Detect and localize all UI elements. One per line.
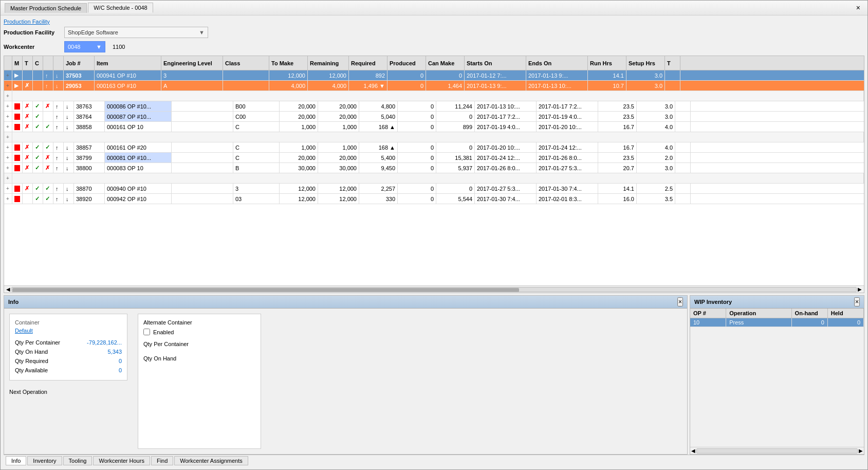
col-produced[interactable]: Produced	[387, 56, 426, 70]
cell-down[interactable]: ↓	[64, 153, 74, 162]
tab-master-production[interactable]: Master Production Schedule	[5, 3, 87, 13]
breadcrumb[interactable]: Production Facility	[4, 19, 864, 25]
bottom-tabs: Info Inventory Tooling Workcenter Hours …	[4, 455, 864, 466]
wip-scrollbar-track[interactable]	[696, 448, 858, 454]
tab-find[interactable]: Find	[151, 456, 173, 465]
cell-down[interactable]: ↓	[64, 122, 74, 132]
col-remaining[interactable]: Remaining	[308, 56, 349, 70]
wip-col-operation[interactable]: Operation	[726, 309, 791, 318]
wip-col-op[interactable]: OP #	[690, 309, 726, 318]
col-t-extra[interactable]: T	[665, 56, 680, 70]
table-row[interactable]: + ✗ ✓ ✓ ↑ ↓ 38870 000940 OP #10 3 12,000…	[4, 184, 864, 194]
expand-icon[interactable]: +	[4, 184, 12, 193]
tab-inventory[interactable]: Inventory	[27, 456, 62, 465]
col-starts-on[interactable]: Starts On	[465, 56, 526, 70]
table-row[interactable]: +	[4, 91, 864, 101]
wip-panel-close[interactable]: ×	[854, 297, 860, 306]
col-run-hrs[interactable]: Run Hrs	[588, 56, 626, 70]
cell-up[interactable]: ↑	[53, 194, 64, 204]
tab-workcenter-assignments[interactable]: Workcenter Assignments	[174, 456, 248, 465]
wip-col-onhand[interactable]: On-hand	[792, 309, 828, 318]
enabled-checkbox[interactable]	[143, 329, 150, 335]
expand-icon[interactable]: +	[4, 142, 12, 152]
col-m[interactable]: M	[12, 56, 23, 70]
cell-up[interactable]: ↑	[53, 153, 64, 162]
expand-icon[interactable]: +	[4, 132, 12, 142]
table-row[interactable]: +	[4, 132, 864, 142]
cell-down[interactable]: ↓	[64, 163, 74, 173]
col-can-make[interactable]: Can Make	[426, 56, 465, 70]
expand-icon[interactable]: +	[4, 101, 12, 111]
col-required[interactable]: Required	[349, 56, 387, 70]
col-job[interactable]: Job #	[64, 56, 95, 70]
cell-setup-hrs: 2.5	[637, 184, 675, 193]
cell-down[interactable]: ↓	[53, 70, 64, 80]
cell-down[interactable]: ↓	[64, 142, 74, 152]
scrollbar-thumb[interactable]	[12, 288, 519, 292]
cell-setup-hrs: 3.0	[637, 163, 675, 173]
expand-icon[interactable]: +	[4, 122, 12, 132]
expand-icon[interactable]: +	[4, 173, 12, 183]
cell-up[interactable]: ↑	[53, 112, 64, 121]
cell-up[interactable]: ↑	[53, 122, 64, 132]
expand-icon[interactable]: +	[4, 153, 12, 162]
scrollbar-track[interactable]	[11, 287, 857, 292]
col-to-make[interactable]: To Make	[269, 56, 308, 70]
tab-wc-schedule[interactable]: W/C Schedule - 0048	[88, 3, 153, 13]
expand-icon[interactable]: +	[4, 163, 12, 173]
cell-up[interactable]: ↑	[53, 142, 64, 152]
expand-icon[interactable]: +	[4, 70, 12, 80]
expand-icon[interactable]: +	[4, 81, 12, 91]
col-setup-hrs[interactable]: Setup Hrs	[626, 56, 665, 70]
table-row[interactable]: + ✗ ✓ ✗ ↑ ↓ 38800 000083 OP 10 B 30,000 …	[4, 163, 864, 173]
table-row[interactable]: +	[4, 173, 864, 184]
expand-icon[interactable]: +	[4, 194, 12, 204]
table-row[interactable]: + ✗ ✓ ↑ ↓ 38764 000087 OP #10... C00 20,…	[4, 112, 864, 122]
col-t[interactable]: T	[23, 56, 33, 70]
container-value[interactable]: Default	[15, 328, 122, 334]
cell-t-check: ✓	[33, 184, 43, 193]
horizontal-scrollbar[interactable]: ◀ ▶	[4, 285, 864, 293]
table-row[interactable]: + ▶ ↑ ↓ 37503 000941 OP #10 3 12,000 12,…	[4, 70, 864, 81]
tab-info[interactable]: Info	[6, 456, 26, 465]
cell-down[interactable]: ↓	[64, 184, 74, 193]
cell-up[interactable]: ↑	[53, 184, 64, 193]
table-row[interactable]: + ✓ ✓ ↑ ↓ 38920 000942 OP #10 03 12,000 …	[4, 194, 864, 204]
table-row[interactable]: + ✗ ✓ ✓ ↑ ↓ 38857 000161 OP #20 C 1,000 …	[4, 142, 864, 153]
col-eng-level[interactable]: Engineering Level	[161, 56, 223, 70]
cell-required: 168 ▲	[359, 142, 398, 152]
table-row[interactable]: + ▶ ✗ ↑ ↓ 29053 000163 OP #10 A 4,000 4,…	[4, 81, 864, 91]
col-ends-on[interactable]: Ends On	[526, 56, 588, 70]
table-row[interactable]: + ✗ ✓ ✗ ↑ ↓ 38763 000086 OP #10... B00 2…	[4, 101, 864, 112]
wip-col-held[interactable]: Held	[828, 309, 864, 318]
cell-up[interactable]: ↑	[43, 81, 53, 91]
wip-scroll-right[interactable]: ▶	[858, 448, 864, 454]
info-panel-close[interactable]: ×	[677, 297, 683, 306]
cell-down[interactable]: ↓	[64, 194, 74, 204]
scroll-left[interactable]: ◀	[5, 286, 11, 292]
expand-icon[interactable]: +	[4, 112, 12, 121]
wip-scroll-left[interactable]: ◀	[690, 448, 696, 454]
cell-down[interactable]: ↓	[64, 112, 74, 121]
col-class[interactable]: Class	[223, 56, 269, 70]
expand-icon[interactable]: +	[4, 91, 12, 101]
cell-up[interactable]: ↑	[53, 163, 64, 173]
tab-tooling[interactable]: Tooling	[63, 456, 93, 465]
workcenter-input[interactable]: 0048 ▼	[64, 41, 105, 52]
wip-scrollbar[interactable]: ◀ ▶	[690, 447, 864, 454]
cell-up[interactable]: ↑	[53, 101, 64, 111]
scroll-right[interactable]: ▶	[857, 286, 863, 292]
table-row[interactable]: + ✗ ✓ ✓ ↑ ↓ 38858 000161 OP 10 C 1,000 1…	[4, 122, 864, 132]
tab-workcenter-hours[interactable]: Workcenter Hours	[93, 456, 150, 465]
cell-m-x: ✗	[23, 101, 33, 111]
table-row[interactable]: + ✗ ✓ ✗ ↑ ↓ 38799 000081 OP #10... C 20,…	[4, 153, 864, 163]
window-close-button[interactable]: ×	[853, 3, 863, 13]
cell-produced: 0	[387, 70, 426, 80]
list-item[interactable]: 10 Press 0 0	[690, 318, 864, 327]
col-c[interactable]: C	[33, 56, 43, 70]
cell-down[interactable]: ↓	[53, 81, 64, 91]
cell-up[interactable]: ↑	[43, 70, 53, 80]
cell-down[interactable]: ↓	[64, 101, 74, 111]
cell-c-check: ✓	[43, 194, 53, 204]
col-item[interactable]: Item	[95, 56, 161, 70]
